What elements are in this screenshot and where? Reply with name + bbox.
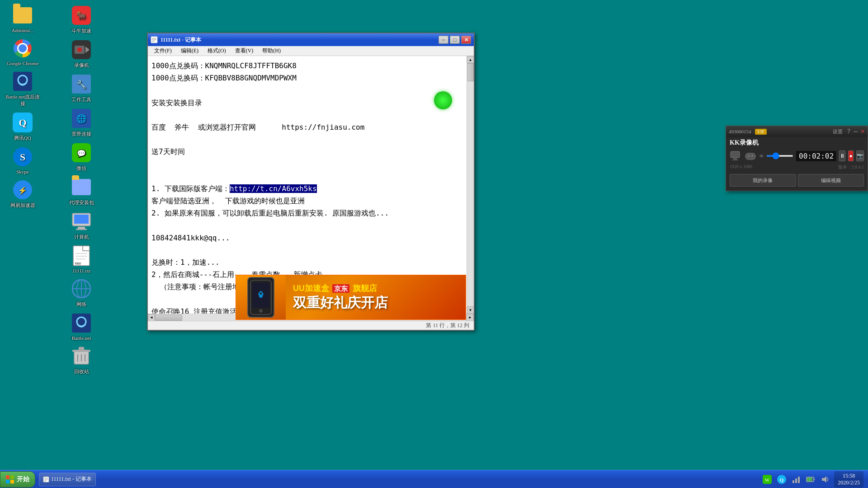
taskbar-qq-icon[interactable]: Q: [775, 473, 788, 486]
recorder-titlebar[interactable]: 493060154 VIP 设置 ? ─ ✕: [726, 126, 868, 137]
notepad-status-text: 第 11 行，第 12 列: [426, 322, 469, 329]
pause-button[interactable]: ⏸: [839, 150, 845, 161]
desktop-icon-skype[interactable]: S Skype: [5, 146, 41, 174]
gamepad-icon: [744, 150, 757, 162]
notepad-title-text: 11111.txt - 记事本: [160, 36, 436, 44]
desktop-icon-network-label: 网络: [76, 301, 86, 308]
recorder-window: 493060154 VIP 设置 ? ─ ✕ KK录像机: [726, 126, 868, 191]
scroll-up-arrow[interactable]: ▲: [467, 56, 474, 63]
taskbar-battery-icon[interactable]: [804, 473, 817, 486]
ad-device-area: [236, 275, 286, 320]
desktop-icon-chrome-label: Google Chrome: [7, 61, 39, 66]
recorder-vip-badge: VIP: [755, 129, 767, 135]
taskbar-network-icon[interactable]: [790, 473, 802, 486]
desktop-icon-recycle[interactable]: 回收站: [63, 345, 99, 375]
maximize-button[interactable]: □: [450, 36, 460, 44]
svg-rect-51: [732, 160, 738, 160]
desktop-icon-txtfile[interactable]: TXT 11111.txt: [63, 245, 99, 273]
svg-point-54: [751, 155, 753, 157]
hscroll-thumb[interactable]: [155, 314, 182, 321]
taskbar-clock[interactable]: 15:58 2020/2/25: [834, 471, 863, 488]
svg-text:💬: 💬: [77, 149, 86, 158]
taskbar-date: 2020/2/25: [838, 479, 860, 486]
svg-text:Q: Q: [19, 117, 26, 128]
taskbar: 开始 11111.txt - 记事本 W Q: [0, 470, 868, 488]
desktop-icon-netspeed[interactable]: ⚡ 网易加速器: [5, 179, 41, 209]
audio-icon: [760, 151, 764, 160]
desktop-icon-admin-label: Administ...: [11, 28, 33, 33]
ad-banner[interactable]: UU加速盒 京东 旗舰店 双重好礼庆开店: [236, 275, 466, 320]
notepad-menubar: 文件(F) 编辑(E) 格式(O) 查看(V) 帮助(H): [148, 46, 474, 56]
cursor-indicator: [434, 91, 452, 109]
recorder-version: 版本：2.8.4.1: [838, 164, 864, 170]
desktop-icon-computer[interactable]: 计算机: [63, 211, 99, 240]
stop-record-button[interactable]: ●: [848, 150, 854, 161]
desktop: Administ... Google Chrome Battle.net战后连接: [0, 0, 868, 488]
close-button[interactable]: ✕: [461, 36, 471, 44]
scroll-left-arrow[interactable]: ◄: [148, 314, 155, 321]
desktop-icon-chrome[interactable]: Google Chrome: [5, 38, 41, 66]
desktop-icon-computer-label: 计算机: [74, 234, 89, 240]
recorder-close-btn[interactable]: ✕: [860, 128, 865, 135]
desktop-icon-admin[interactable]: Administ...: [5, 5, 41, 33]
menu-view[interactable]: 查看(V): [231, 46, 257, 56]
menu-format[interactable]: 格式(O): [204, 46, 230, 56]
recorder-icon-group: [730, 150, 757, 162]
desktop-icon-recorder-label: 录像机: [74, 62, 89, 69]
recorder-bottom-bar: 我的录像 编辑视频: [726, 172, 868, 188]
svg-rect-70: [795, 479, 797, 483]
scroll-right-arrow[interactable]: ►: [467, 314, 474, 321]
desktop-icon-broadband[interactable]: 🌐 宽带连接: [63, 108, 99, 137]
desktop-icon-qq[interactable]: Q 腾讯QQ: [5, 112, 41, 141]
desktop-icon-battlenet2[interactable]: Battle.net: [63, 312, 99, 341]
desktop-icon-recycle-label: 回收站: [74, 368, 89, 375]
window-controls: ─ □ ✕: [439, 36, 471, 44]
scroll-thumb[interactable]: [467, 63, 474, 81]
start-button[interactable]: 开始: [0, 471, 35, 488]
edit-video-button[interactable]: 编辑视频: [798, 174, 864, 187]
svg-text:🐂: 🐂: [76, 11, 87, 21]
taskbar-wechat-icon[interactable]: W: [761, 473, 774, 486]
svg-rect-69: [793, 480, 794, 483]
svg-rect-33: [72, 314, 91, 333]
my-recordings-button[interactable]: 我的录像: [730, 174, 796, 187]
taskbar-sound-icon[interactable]: [819, 473, 831, 486]
desktop-icon-broadband-label: 宽带连接: [71, 131, 91, 137]
svg-rect-52: [745, 153, 755, 160]
monitor-icon: [730, 150, 742, 162]
scroll-down-arrow[interactable]: ▼: [467, 306, 474, 314]
screenshot-button[interactable]: 📷: [856, 150, 864, 161]
menu-help[interactable]: 帮助(H): [259, 46, 284, 56]
url-link[interactable]: http://t.cn/A6vxh5ks: [230, 184, 317, 193]
taskbar-notepad-btn[interactable]: 11111.txt - 记事本: [39, 473, 96, 486]
menu-edit[interactable]: 编辑(E): [177, 46, 202, 56]
svg-rect-56: [6, 475, 9, 479]
recorder-help-icon[interactable]: ?: [847, 128, 850, 135]
desktop-icon-proxy-pkg[interactable]: 代理安装包: [63, 176, 99, 206]
recorder-settings-text[interactable]: 设置: [833, 128, 843, 135]
desktop-icon-network[interactable]: 网络: [63, 278, 99, 308]
recorder-info: 868 x 488 版本：2.8.4.1: [726, 164, 868, 172]
svg-rect-71: [798, 477, 800, 483]
menu-file[interactable]: 文件(F): [151, 46, 175, 56]
notepad-titlebar[interactable]: 11111.txt - 记事本 ─ □ ✕: [148, 33, 474, 46]
recorder-timer: 00:02:02: [796, 151, 836, 161]
svg-rect-37: [79, 347, 84, 350]
scroll-track[interactable]: [467, 63, 474, 306]
svg-rect-0: [13, 72, 32, 91]
desktop-icon-wechat[interactable]: 💬 微信: [63, 142, 99, 172]
desktop-icon-battlenet[interactable]: Battle.net战后连接: [5, 70, 41, 107]
taskbar-system-icons: W Q: [761, 473, 831, 486]
svg-text:Q: Q: [780, 477, 784, 483]
notepad-task-icon: [43, 476, 49, 483]
minimize-button[interactable]: ─: [439, 36, 448, 44]
recorder-min-btn[interactable]: ─: [854, 128, 858, 135]
desktop-icon-recorder[interactable]: 录像机: [63, 39, 99, 69]
notepad-statusbar: 第 11 行，第 12 列: [148, 321, 474, 330]
volume-slider[interactable]: [766, 155, 793, 157]
desktop-icon-douniu[interactable]: 🐂 斗牛加速: [63, 5, 99, 34]
svg-rect-50: [733, 158, 737, 160]
notepad-scrollbar-vertical[interactable]: ▲ ▼: [467, 56, 474, 314]
desktop-icon-tools[interactable]: 🔧 工作工具: [63, 73, 99, 103]
recorder-controls: 00:02:02 ⏸ ● 📷: [726, 148, 868, 164]
